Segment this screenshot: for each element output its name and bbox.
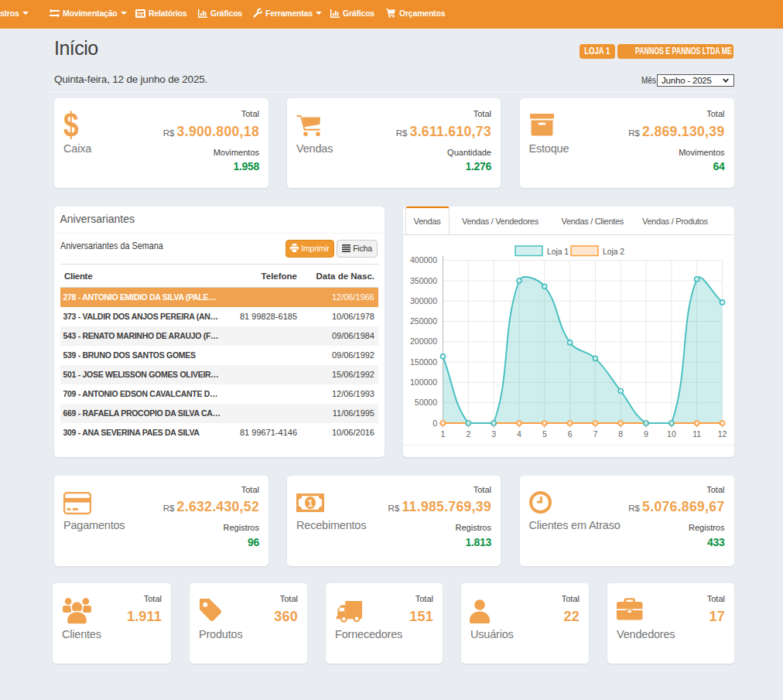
svg-text:12: 12	[718, 429, 727, 439]
svg-text:300000: 300000	[410, 295, 437, 305]
svg-text:400000: 400000	[410, 255, 437, 265]
svg-text:200000: 200000	[410, 336, 437, 346]
svg-text:350000: 350000	[410, 275, 437, 285]
svg-text:3: 3	[491, 429, 496, 439]
svg-text:0: 0	[433, 418, 437, 427]
svg-text:5: 5	[542, 429, 547, 439]
svg-text:6: 6	[568, 429, 573, 439]
svg-text:50000: 50000	[415, 398, 437, 407]
svg-text:2: 2	[466, 429, 470, 439]
svg-text:150000: 150000	[410, 357, 437, 366]
svg-text:1: 1	[307, 497, 313, 509]
svg-text:8: 8	[618, 429, 623, 439]
svg-text:100000: 100000	[410, 377, 437, 386]
svg-text:250000: 250000	[410, 316, 437, 326]
svg-text:Loja 2: Loja 2	[603, 246, 624, 255]
svg-text:11: 11	[692, 429, 701, 439]
svg-text:4: 4	[517, 429, 521, 439]
svg-text:Loja 1: Loja 1	[547, 246, 569, 255]
svg-text:9: 9	[644, 429, 648, 439]
svg-text:10: 10	[667, 429, 676, 439]
svg-text:7: 7	[593, 429, 597, 439]
svg-text:1: 1	[441, 429, 446, 439]
